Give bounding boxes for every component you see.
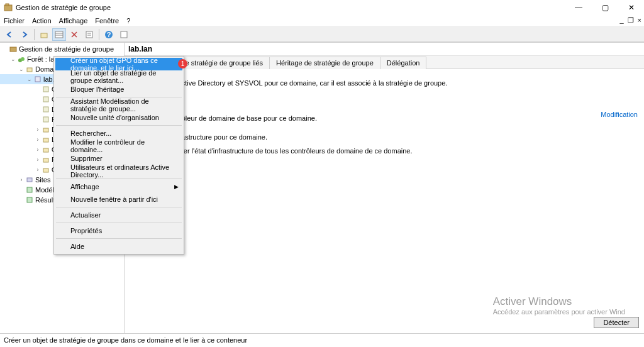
context-menu-item[interactable]: Nouvelle unité d'organisation: [55, 111, 182, 124]
svg-rect-2: [41, 33, 47, 38]
svg-rect-19: [43, 107, 48, 112]
info-text: o.lan est le contrôleur de domaine de ba…: [131, 113, 638, 123]
tab-heritage[interactable]: Héritage de stratégie de groupe: [269, 57, 380, 69]
menu-separator: [56, 238, 182, 239]
svg-rect-17: [43, 87, 48, 92]
close-button[interactable]: ✕: [623, 3, 640, 12]
info-text: ation d'état d'infrastructure pour ce do…: [131, 132, 638, 142]
mdi-restore[interactable]: ❐: [628, 16, 634, 25]
minimize-button[interactable]: —: [570, 3, 587, 12]
context-menu-item[interactable]: Aide: [55, 240, 182, 253]
content-body: e la réplication Active Directory et SYS…: [125, 69, 644, 333]
svg-rect-23: [43, 148, 48, 152]
info-text: e la réplication Active Directory et SYS…: [131, 78, 638, 88]
svg-rect-15: [27, 68, 32, 72]
context-menu: Créer un objet GPO dans ce domaine, et l…: [53, 56, 184, 255]
menu-separator: [56, 125, 182, 126]
tree-root[interactable]: Gestion de stratégie de groupe: [0, 44, 124, 54]
menu-help[interactable]: ?: [126, 17, 130, 25]
svg-rect-6: [86, 31, 92, 38]
status-bar: Créer un objet de stratégie de groupe da…: [0, 333, 644, 346]
status-text: Créer un objet de stratégie de groupe da…: [4, 336, 247, 344]
context-menu-item[interactable]: Assistant Modélisation de stratégie de g…: [55, 99, 182, 111]
mdi-close[interactable]: ×: [638, 16, 641, 25]
activation-watermark: Activer Windows Accédez aux paramètres p…: [493, 295, 625, 316]
svg-rect-12: [10, 47, 16, 52]
submenu-arrow-icon: ▶: [174, 184, 179, 190]
mdi-controls: _ ❐ ×: [619, 16, 641, 25]
context-menu-item[interactable]: Supprimer: [55, 152, 182, 165]
svg-rect-1: [6, 4, 9, 6]
context-menu-item[interactable]: Nouvelle fenêtre à partir d'ici: [55, 193, 182, 206]
context-menu-item[interactable]: Actualiser: [55, 209, 182, 221]
context-menu-item[interactable]: Bloquer l'héritage: [55, 83, 182, 96]
svg-rect-21: [43, 128, 48, 132]
svg-rect-25: [43, 168, 48, 172]
delete-button[interactable]: [67, 28, 81, 41]
context-menu-item[interactable]: Modifier le contrôleur de domaine...: [55, 140, 182, 152]
toolbar: ?: [0, 26, 644, 42]
svg-rect-11: [121, 31, 127, 38]
help-button[interactable]: ?: [102, 28, 116, 41]
svg-rect-18: [43, 97, 48, 102]
menu-separator: [56, 223, 182, 223]
context-menu-item[interactable]: Propriétés: [55, 224, 182, 237]
tab-strip: État Objets de stratégie de groupe liés …: [125, 56, 644, 69]
mdi-minimize[interactable]: _: [619, 16, 623, 25]
context-menu-item[interactable]: Créer un objet GPO dans ce domaine, et l…: [55, 58, 182, 70]
detect-button[interactable]: Détecter: [594, 317, 639, 328]
context-menu-item[interactable]: Affichage▶: [55, 180, 182, 193]
info-text: ecter pour collecter l'état d'infrastruc…: [131, 146, 638, 156]
svg-rect-16: [35, 77, 40, 82]
content-panel: lab.lan État Objets de stratégie de grou…: [125, 43, 644, 333]
menu-action[interactable]: Action: [32, 17, 52, 25]
context-menu-item[interactable]: Utilisateurs et ordinateurs Active Direc…: [55, 165, 182, 177]
maximize-button[interactable]: ▢: [596, 3, 614, 12]
svg-rect-24: [43, 158, 48, 162]
svg-point-14: [21, 57, 25, 61]
svg-rect-22: [43, 138, 48, 142]
titlebar: Gestion de stratégie de groupe — ▢ ✕: [0, 0, 644, 14]
menubar: Fichier Action Affichage Fenêtre ? _ ❐ ×: [0, 14, 644, 26]
menu-separator: [56, 179, 182, 179]
show-tree-button[interactable]: [52, 28, 66, 41]
forward-button[interactable]: [18, 28, 31, 41]
menu-fenetre[interactable]: Fenêtre: [95, 17, 119, 25]
svg-rect-20: [43, 117, 48, 122]
back-button[interactable]: [3, 28, 16, 41]
tab-delegation[interactable]: Délégation: [380, 57, 427, 69]
properties-button[interactable]: [82, 28, 96, 41]
menu-fichier[interactable]: Fichier: [4, 17, 25, 25]
content-header: lab.lan: [125, 43, 644, 56]
svg-rect-26: [27, 178, 32, 182]
svg-rect-27: [27, 187, 32, 192]
refresh-button[interactable]: [117, 28, 131, 41]
context-menu-item[interactable]: Lier un objet de stratégie de groupe exi…: [55, 70, 182, 83]
svg-text:?: ?: [107, 31, 111, 38]
menu-separator: [56, 207, 182, 207]
up-button[interactable]: [37, 28, 51, 41]
annotation-badge: 1: [178, 59, 187, 69]
modification-link[interactable]: Modification: [601, 111, 638, 118]
menu-affichage[interactable]: Affichage: [59, 17, 88, 25]
window-title: Gestion de stratégie de groupe: [16, 4, 570, 11]
svg-rect-3: [55, 31, 63, 38]
context-menu-item[interactable]: Rechercher...: [55, 127, 182, 140]
app-icon: [4, 3, 13, 12]
svg-rect-28: [27, 197, 32, 202]
